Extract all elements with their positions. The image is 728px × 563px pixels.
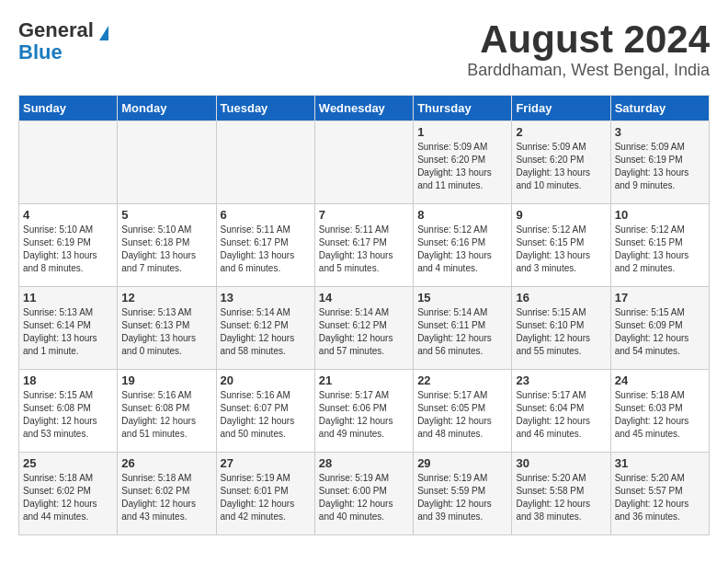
calendar-cell: 17Sunrise: 5:15 AM Sunset: 6:09 PM Dayli… <box>610 287 709 370</box>
cell-content: Sunrise: 5:20 AM Sunset: 5:57 PM Dayligh… <box>615 472 705 523</box>
cell-content: Sunrise: 5:11 AM Sunset: 6:17 PM Dayligh… <box>319 224 409 275</box>
logo-arrow-icon <box>99 26 108 40</box>
calendar-cell: 12Sunrise: 5:13 AM Sunset: 6:13 PM Dayli… <box>118 287 216 370</box>
cell-content: Sunrise: 5:18 AM Sunset: 6:03 PM Dayligh… <box>615 389 705 441</box>
day-number: 6 <box>221 208 311 222</box>
calendar-cell: 5Sunrise: 5:10 AM Sunset: 6:18 PM Daylig… <box>118 204 216 287</box>
cell-content: Sunrise: 5:19 AM Sunset: 5:59 PM Dayligh… <box>417 472 507 523</box>
calendar-cell: 8Sunrise: 5:12 AM Sunset: 6:16 PM Daylig… <box>414 204 512 287</box>
cell-content: Sunrise: 5:14 AM Sunset: 6:12 PM Dayligh… <box>319 306 409 358</box>
day-number: 1 <box>417 125 507 139</box>
calendar-cell: 4Sunrise: 5:10 AM Sunset: 6:19 PM Daylig… <box>19 204 118 287</box>
calendar-cell: 1Sunrise: 5:09 AM Sunset: 6:20 PM Daylig… <box>414 121 512 204</box>
cell-content: Sunrise: 5:19 AM Sunset: 6:01 PM Dayligh… <box>221 472 311 523</box>
cell-content: Sunrise: 5:12 AM Sunset: 6:16 PM Dayligh… <box>417 224 507 275</box>
calendar-week-row: 1Sunrise: 5:09 AM Sunset: 6:20 PM Daylig… <box>19 121 710 204</box>
calendar-cell: 25Sunrise: 5:18 AM Sunset: 6:02 PM Dayli… <box>19 453 118 535</box>
calendar-cell: 29Sunrise: 5:19 AM Sunset: 5:59 PM Dayli… <box>414 453 512 535</box>
day-number: 11 <box>23 291 113 304</box>
day-number: 7 <box>319 208 409 222</box>
calendar-week-row: 11Sunrise: 5:13 AM Sunset: 6:14 PM Dayli… <box>19 287 710 370</box>
calendar-header-row: SundayMondayTuesdayWednesdayThursdayFrid… <box>19 96 710 121</box>
calendar-cell: 3Sunrise: 5:09 AM Sunset: 6:19 PM Daylig… <box>610 121 709 204</box>
day-number: 20 <box>221 373 311 387</box>
calendar-cell: 2Sunrise: 5:09 AM Sunset: 6:20 PM Daylig… <box>512 121 610 204</box>
cell-content: Sunrise: 5:20 AM Sunset: 5:58 PM Dayligh… <box>516 472 606 523</box>
day-number: 13 <box>221 291 311 304</box>
calendar-cell: 14Sunrise: 5:14 AM Sunset: 6:12 PM Dayli… <box>314 287 413 370</box>
header-saturday: Saturday <box>610 96 709 121</box>
cell-content: Sunrise: 5:13 AM Sunset: 6:14 PM Dayligh… <box>23 306 113 358</box>
calendar-cell: 11Sunrise: 5:13 AM Sunset: 6:14 PM Dayli… <box>19 287 118 370</box>
day-number: 23 <box>516 373 606 387</box>
day-number: 14 <box>319 291 409 304</box>
cell-content: Sunrise: 5:15 AM Sunset: 6:08 PM Dayligh… <box>23 389 113 441</box>
day-number: 27 <box>221 456 311 470</box>
cell-content: Sunrise: 5:09 AM Sunset: 6:20 PM Dayligh… <box>516 141 606 192</box>
calendar-cell: 28Sunrise: 5:19 AM Sunset: 6:00 PM Dayli… <box>314 453 413 535</box>
calendar-cell: 10Sunrise: 5:12 AM Sunset: 6:15 PM Dayli… <box>610 204 709 287</box>
day-number: 17 <box>615 291 705 304</box>
header-sunday: Sunday <box>19 96 118 121</box>
cell-content: Sunrise: 5:17 AM Sunset: 6:04 PM Dayligh… <box>516 389 606 441</box>
calendar-cell <box>314 121 413 204</box>
cell-content: Sunrise: 5:09 AM Sunset: 6:20 PM Dayligh… <box>417 141 507 192</box>
calendar-cell: 7Sunrise: 5:11 AM Sunset: 6:17 PM Daylig… <box>314 204 413 287</box>
logo: General Blue <box>18 18 108 64</box>
day-number: 24 <box>615 373 705 387</box>
header-friday: Friday <box>512 96 610 121</box>
cell-content: Sunrise: 5:14 AM Sunset: 6:11 PM Dayligh… <box>417 306 507 358</box>
calendar-cell <box>118 121 216 204</box>
cell-content: Sunrise: 5:09 AM Sunset: 6:19 PM Dayligh… <box>615 141 705 192</box>
calendar-week-row: 25Sunrise: 5:18 AM Sunset: 6:02 PM Dayli… <box>19 453 710 535</box>
day-number: 4 <box>23 208 113 222</box>
cell-content: Sunrise: 5:13 AM Sunset: 6:13 PM Dayligh… <box>121 306 211 358</box>
cell-content: Sunrise: 5:16 AM Sunset: 6:07 PM Dayligh… <box>221 389 311 441</box>
calendar-cell: 9Sunrise: 5:12 AM Sunset: 6:15 PM Daylig… <box>512 204 610 287</box>
calendar-cell: 22Sunrise: 5:17 AM Sunset: 6:05 PM Dayli… <box>414 370 512 453</box>
cell-content: Sunrise: 5:16 AM Sunset: 6:08 PM Dayligh… <box>121 389 211 441</box>
day-number: 25 <box>23 456 113 470</box>
header-tuesday: Tuesday <box>216 96 314 121</box>
day-number: 30 <box>516 456 606 470</box>
cell-content: Sunrise: 5:15 AM Sunset: 6:09 PM Dayligh… <box>615 306 705 358</box>
calendar-cell: 6Sunrise: 5:11 AM Sunset: 6:17 PM Daylig… <box>216 204 314 287</box>
calendar-cell: 15Sunrise: 5:14 AM Sunset: 6:11 PM Dayli… <box>414 287 512 370</box>
calendar-cell: 31Sunrise: 5:20 AM Sunset: 5:57 PM Dayli… <box>610 453 709 535</box>
calendar-cell: 21Sunrise: 5:17 AM Sunset: 6:06 PM Dayli… <box>314 370 413 453</box>
cell-content: Sunrise: 5:10 AM Sunset: 6:18 PM Dayligh… <box>121 224 211 275</box>
cell-content: Sunrise: 5:14 AM Sunset: 6:12 PM Dayligh… <box>221 306 311 358</box>
calendar-cell <box>19 121 118 204</box>
day-number: 29 <box>417 456 507 470</box>
calendar-cell: 27Sunrise: 5:19 AM Sunset: 6:01 PM Dayli… <box>216 453 314 535</box>
day-number: 21 <box>319 373 409 387</box>
calendar-cell: 23Sunrise: 5:17 AM Sunset: 6:04 PM Dayli… <box>512 370 610 453</box>
calendar-cell: 30Sunrise: 5:20 AM Sunset: 5:58 PM Dayli… <box>512 453 610 535</box>
day-number: 18 <box>23 373 113 387</box>
day-number: 15 <box>417 291 507 304</box>
day-number: 19 <box>121 373 211 387</box>
day-number: 3 <box>615 125 705 139</box>
header-monday: Monday <box>118 96 216 121</box>
cell-content: Sunrise: 5:19 AM Sunset: 6:00 PM Dayligh… <box>319 472 409 523</box>
calendar-table: SundayMondayTuesdayWednesdayThursdayFrid… <box>18 95 710 535</box>
location: Barddhaman, West Bengal, India <box>467 61 710 80</box>
day-number: 8 <box>417 208 507 222</box>
calendar-cell: 24Sunrise: 5:18 AM Sunset: 6:03 PM Dayli… <box>610 370 709 453</box>
cell-content: Sunrise: 5:18 AM Sunset: 6:02 PM Dayligh… <box>121 472 211 523</box>
header-wednesday: Wednesday <box>314 96 413 121</box>
calendar-cell: 16Sunrise: 5:15 AM Sunset: 6:10 PM Dayli… <box>512 287 610 370</box>
calendar-cell: 13Sunrise: 5:14 AM Sunset: 6:12 PM Dayli… <box>216 287 314 370</box>
title-area: August 2024 Barddhaman, West Bengal, Ind… <box>467 18 710 80</box>
day-number: 9 <box>516 208 606 222</box>
header: General Blue August 2024 Barddhaman, Wes… <box>18 18 710 80</box>
calendar-cell: 26Sunrise: 5:18 AM Sunset: 6:02 PM Dayli… <box>118 453 216 535</box>
day-number: 28 <box>319 456 409 470</box>
calendar-cell: 19Sunrise: 5:16 AM Sunset: 6:08 PM Dayli… <box>118 370 216 453</box>
cell-content: Sunrise: 5:11 AM Sunset: 6:17 PM Dayligh… <box>221 224 311 275</box>
day-number: 5 <box>121 208 211 222</box>
cell-content: Sunrise: 5:12 AM Sunset: 6:15 PM Dayligh… <box>516 224 606 275</box>
day-number: 31 <box>615 456 705 470</box>
calendar-cell: 18Sunrise: 5:15 AM Sunset: 6:08 PM Dayli… <box>19 370 118 453</box>
day-number: 12 <box>121 291 211 304</box>
